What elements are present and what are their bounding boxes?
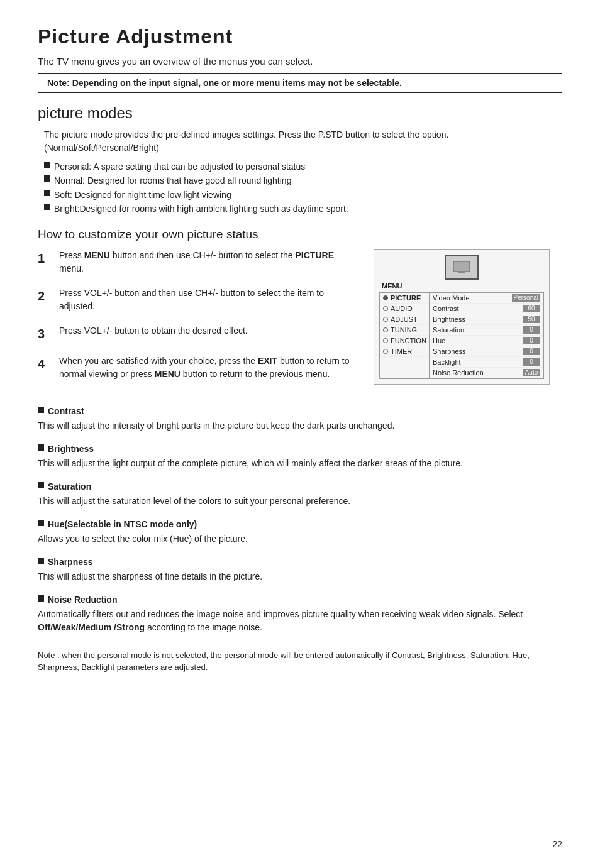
menu-item-audio: AUDIO [380,304,429,314]
noise-body: Automatically filters out and reduces th… [38,608,562,634]
menu-row-brightness: Brightness 50 [430,314,543,325]
menu-mockup: MENU PICTURE AUDIO ADJUST [374,249,562,392]
note-box: Note: Depending on the input signal, one… [38,73,562,93]
menu-circle-icon [383,327,388,332]
step-text: Press VOL+/- button to obtain the desire… [59,324,355,343]
step-1: 1 Press MENU button and then use CH+/- b… [38,249,355,275]
note-footer: Note : when the personal mode is not sel… [38,649,562,674]
svg-rect-1 [458,272,465,273]
menu-row-sharpness: Sharpness 0 [430,346,543,357]
step-number: 1 [38,249,53,275]
menu-circle-icon [383,306,388,311]
menu-item-adjust: ADJUST [380,314,429,325]
menu-row-saturation: Saturation 0 [430,325,543,336]
menu-item-tuning: TUNING [380,325,429,336]
desc-title: Saturation [38,480,562,493]
menu-right-panel: Video Mode Personal Contrast 60 Brightne… [430,292,544,379]
section-picture-modes: picture modes [38,104,562,122]
step-3: 3 Press VOL+/- button to obtain the desi… [38,324,355,343]
page-subtitle: The TV menu gives you an overview of the… [38,56,562,67]
menu-row-hue: Hue 0 [430,336,543,346]
desc-brightness: Brightness This will adjust the light ou… [38,442,562,470]
bullet-icon [38,558,44,564]
bullet-icon [44,175,50,182]
menu-item-function: FUNCTION [380,336,429,346]
desc-title: Brightness [38,442,562,456]
section-customize: How to customize your own picture status [38,228,562,241]
menu-row-videomode: Video Mode Personal [430,293,543,304]
step-number: 2 [38,287,53,313]
step-text: Press VOL+/- button and then use CH+/- b… [59,287,355,313]
menu-row-noisereduction: Noise Reduction Auto [430,368,543,378]
list-item: Normal: Designed for rooms that have goo… [44,173,562,187]
desc-title: Hue(Selectable in NTSC mode only) [38,518,562,531]
menu-circle-icon [383,295,388,300]
menu-row-contrast: Contrast 60 [430,304,543,314]
desc-saturation: Saturation This will adjust the saturati… [38,480,562,508]
menu-circle-icon [383,349,388,354]
svg-rect-0 [453,261,470,272]
step-number: 3 [38,324,53,343]
menu-item-timer: TIMER [380,346,429,357]
bullet-icon [44,204,50,210]
menu-circle-icon [383,317,388,322]
bullet-icon [44,190,50,196]
desc-noise-reduction: Noise Reduction Automatically filters ou… [38,593,562,634]
desc-sharpness: Sharpness This will adjust the sharpness… [38,556,562,583]
picture-modes-list: Personal: A spare setting that can be ad… [44,160,562,216]
picture-modes-description: The picture mode provides the pre-define… [44,128,562,155]
menu-item-picture: PICTURE [380,293,429,304]
page-number: 22 [552,839,562,849]
desc-hue: Hue(Selectable in NTSC mode only) Allows… [38,518,562,546]
menu-label: MENU [382,282,544,290]
descriptions-section: Contrast This will adjust the intensity … [38,405,562,634]
menu-row-backlight: Backlight 0 [430,357,543,368]
desc-title: Noise Reduction [38,593,562,607]
bullet-icon [38,520,44,526]
menu-circle-icon [383,338,388,343]
menu-left-panel: PICTURE AUDIO ADJUST TUNING [379,292,430,379]
step-text: When you are satisfied with your choice,… [59,354,355,381]
bullet-icon [38,407,44,413]
step-text: Press MENU button and then use CH+/- but… [59,249,355,275]
step-number: 4 [38,354,53,381]
page-title: Picture Adjustment [38,25,562,48]
desc-title: Contrast [38,405,562,418]
step-2: 2 Press VOL+/- button and then use CH+/-… [38,287,355,313]
bullet-icon [38,595,44,602]
desc-contrast: Contrast This will adjust the intensity … [38,405,562,432]
svg-rect-2 [457,273,467,273]
list-item: Soft: Designed for night time low light … [44,188,562,202]
step-4: 4 When you are satisfied with your choic… [38,354,355,381]
bullet-icon [38,482,44,488]
bullet-icon [44,162,50,168]
list-item: Personal: A spare setting that can be ad… [44,160,562,173]
bullet-icon [38,444,44,451]
desc-title: Sharpness [38,556,562,569]
list-item: Bright:Designed for rooms with high ambi… [44,202,562,216]
steps-column: 1 Press MENU button and then use CH+/- b… [38,249,355,392]
